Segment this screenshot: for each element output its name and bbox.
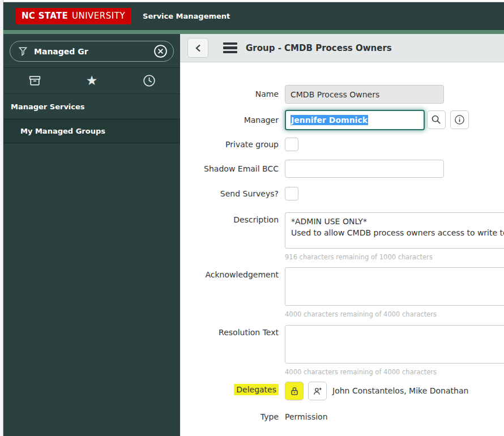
sidebar-item-label: My Managed Groups (20, 127, 105, 135)
send-surveys-label: Send Surveys? (180, 187, 279, 200)
manager-field-selected-text: Jennifer Domnick (291, 115, 368, 125)
logo-secondary-text: UNIVERSITY (72, 11, 125, 21)
lock-icon (289, 386, 300, 397)
description-field-group: *ADMIN USE ONLY* Used to allow CMDB proc… (285, 212, 504, 261)
manager-label: Manager (180, 110, 279, 130)
context-menu-button[interactable] (223, 42, 237, 54)
manager-buttons (427, 110, 469, 129)
sidebar-item-my-managed-groups[interactable]: My Managed Groups (3, 119, 180, 143)
manager-lookup-button[interactable] (427, 110, 446, 129)
search-icon (431, 114, 442, 125)
description-row: Description *ADMIN USE ONLY* Used to all… (180, 212, 504, 261)
delegates-value: John Constantelos, Mike Donathan (332, 382, 468, 400)
acknowledgement-label: Acknowledgement (180, 267, 279, 279)
manager-row: Manager Jennifer Domnick (180, 110, 469, 130)
resolution-text-field-group: 4000 characters remaining of 4000 charac… (285, 325, 504, 376)
acknowledgement-row: Acknowledgement 4000 characters remainin… (180, 267, 504, 318)
sidebar-tab-favorites[interactable]: ★ (79, 70, 104, 92)
delegates-buttons (285, 382, 327, 400)
group-form: Name Manager Jennifer Domnick (180, 62, 504, 436)
acknowledgement-field-group: 4000 characters remaining of 4000 charac… (285, 267, 504, 318)
record-title: Group - CMDB Process Owners (246, 43, 392, 53)
private-group-checkbox[interactable] (285, 138, 298, 151)
content-toolbar: Group - CMDB Process Owners (180, 34, 504, 62)
clock-icon (142, 74, 156, 88)
resolution-text-row: Resolution Text 4000 characters remainin… (180, 325, 504, 376)
resolution-text-counter: 4000 characters remaining of 4000 charac… (285, 368, 504, 376)
name-row: Name (180, 85, 444, 104)
info-icon (454, 114, 465, 125)
description-counter: 916 characters remaining of 1000 charact… (285, 253, 504, 261)
manager-info-button[interactable] (450, 110, 469, 129)
sidebar-filter-value: Managed Gr (34, 47, 153, 56)
circle-x-icon[interactable] (153, 44, 168, 58)
star-icon: ★ (86, 74, 98, 87)
delegates-label: Delegates (180, 382, 279, 398)
acknowledgement-counter: 4000 characters remaining of 4000 charac… (285, 310, 504, 318)
description-label: Description (180, 212, 279, 224)
page: NC STATE UNIVERSITY Service Management M… (0, 0, 504, 436)
delegates-add-person-button[interactable] (308, 382, 327, 400)
chevron-left-icon (194, 44, 202, 53)
type-label: Type (180, 412, 279, 421)
add-person-icon (312, 386, 323, 397)
delegates-row: Delegates (180, 382, 468, 400)
sidebar: Managed Gr ★ (3, 34, 180, 436)
resolution-text-field[interactable] (285, 325, 504, 364)
app-title: Service Management (143, 12, 230, 20)
delegates-lock-button[interactable] (285, 382, 304, 400)
logo-primary-text: NC STATE (22, 11, 68, 21)
private-group-row: Private group (180, 138, 298, 151)
hamburger-icon (223, 42, 237, 45)
archive-box-icon (28, 74, 42, 88)
sidebar-tab-all-applications[interactable] (22, 70, 47, 92)
type-value: Permission (285, 412, 328, 421)
name-label: Name (180, 85, 279, 104)
nc-state-logo[interactable]: NC STATE UNIVERSITY (16, 8, 131, 24)
acknowledgement-field[interactable] (285, 267, 504, 306)
description-field[interactable]: *ADMIN USE ONLY* Used to allow CMDB proc… (285, 212, 504, 249)
type-row: Type Permission (180, 412, 328, 421)
send-surveys-checkbox[interactable] (285, 187, 298, 200)
resolution-text-label: Resolution Text (180, 325, 279, 337)
sidebar-tabs: ★ (3, 67, 180, 94)
shadow-email-bcc-row: Shadow Email BCC (180, 160, 444, 178)
send-surveys-row: Send Surveys? (180, 187, 298, 200)
sidebar-section-title: Manager Services (3, 94, 180, 119)
manager-field[interactable]: Jennifer Domnick (285, 110, 425, 130)
private-group-label: Private group (180, 138, 279, 151)
sidebar-tab-history[interactable] (136, 70, 161, 92)
sidebar-filter-input[interactable]: Managed Gr (10, 41, 174, 62)
name-field[interactable] (285, 85, 444, 104)
back-button[interactable] (187, 38, 208, 58)
accent-strip (3, 30, 504, 34)
filter-funnel-icon (18, 46, 28, 57)
top-banner: NC STATE UNIVERSITY Service Management (3, 2, 504, 30)
shadow-email-bcc-field[interactable] (285, 160, 444, 178)
shadow-email-bcc-label: Shadow Email BCC (180, 160, 279, 178)
